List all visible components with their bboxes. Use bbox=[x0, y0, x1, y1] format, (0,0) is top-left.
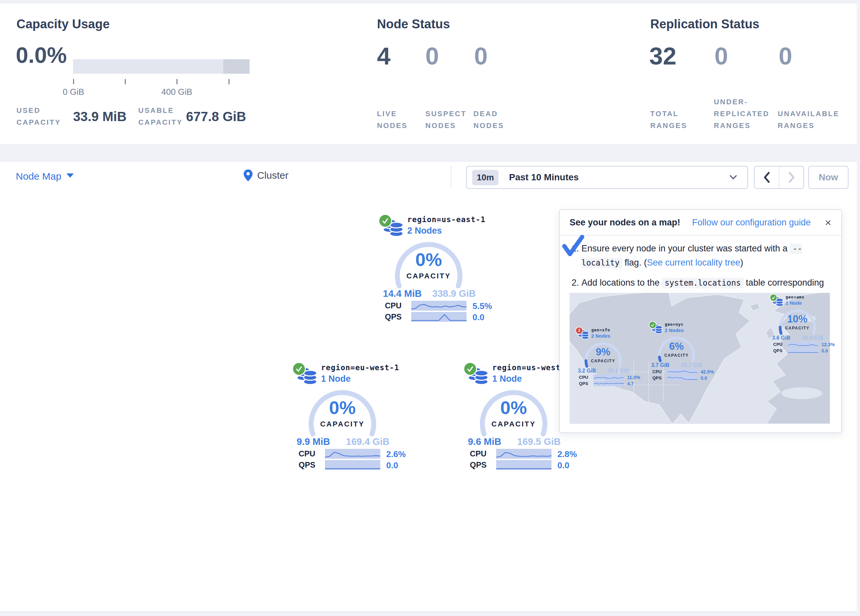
cpu-label: CPU bbox=[653, 369, 662, 374]
qps-sparkline bbox=[411, 312, 466, 322]
gauge-caption: CAPACITY bbox=[476, 420, 551, 428]
error-count: 1 bbox=[578, 328, 581, 333]
chevron-left-icon bbox=[763, 172, 771, 183]
chevron-down-icon bbox=[728, 174, 738, 181]
locality-tree-link[interactable]: See current locality tree bbox=[647, 258, 741, 268]
node-group-geo-sfo[interactable]: 1 geo=sfo 2 Nodes 9% CAPACITY 3.2 GiB35.… bbox=[573, 327, 633, 387]
node-locality-label: region=eu-west-1 bbox=[321, 363, 399, 372]
node-total-capacity: 34.4 GiB bbox=[802, 335, 824, 340]
cpu-value: 42.5% bbox=[701, 369, 714, 375]
axis-tick bbox=[73, 79, 74, 84]
node-total-capacity: 169.4 GiB bbox=[346, 436, 389, 447]
map-pin-icon bbox=[244, 169, 253, 181]
qps-sparkline bbox=[594, 381, 624, 386]
popup-step-1: 1.Ensure every node in your cluster was … bbox=[581, 241, 832, 270]
unavailable-label: UNAVAILABLE RANGES bbox=[778, 108, 844, 132]
step-text: flag. ( bbox=[622, 258, 647, 268]
node-count-link[interactable]: 1 Node bbox=[321, 374, 351, 384]
cpu-label: CPU bbox=[774, 342, 783, 347]
inline-code: system.locations bbox=[662, 278, 744, 288]
node-locality-label: geo=ams bbox=[786, 295, 804, 299]
capacity-usage-title: Capacity Usage bbox=[16, 17, 110, 31]
qps-sparkline bbox=[788, 348, 818, 353]
gauge-percent: 0% bbox=[391, 249, 466, 270]
step-done-check-icon bbox=[561, 234, 585, 258]
view-selector-dropdown[interactable]: Node Map bbox=[16, 171, 74, 182]
gauge-caption: CAPACITY bbox=[583, 359, 624, 363]
node-healthy-badge bbox=[292, 362, 306, 376]
node-used-capacity: 3.7 GiB bbox=[651, 362, 669, 368]
popup-title: See your nodes on a map! bbox=[570, 218, 680, 228]
step-text: ) bbox=[740, 258, 743, 268]
cpu-sparkline bbox=[496, 449, 551, 459]
node-locality-label: geo=sfo bbox=[591, 328, 610, 332]
node-locality-label: region=us-east-1 bbox=[407, 215, 486, 224]
gauge-percent: 9% bbox=[583, 346, 624, 358]
node-group-eu-west-1[interactable]: region=eu-west-1 1 Node 0% CAPACITY 9.9 … bbox=[288, 362, 397, 472]
node-group-us-west-1[interactable]: region=us-west-1 1 Node 0% CAPACITY 9.6 … bbox=[459, 362, 568, 472]
node-used-capacity: 14.4 MiB bbox=[383, 288, 422, 299]
qps-value: 0.0 bbox=[557, 460, 569, 470]
gauge-percent: 0% bbox=[476, 397, 551, 418]
node-group-geo-nyc[interactable]: geo=nyc 2 Nodes 6% CAPACITY 3.7 GiB65.7 … bbox=[647, 321, 706, 382]
node-group-us-east-1[interactable]: region=us-east-1 2 Nodes 0% CAPACITY 14.… bbox=[374, 214, 483, 324]
qps-label: QPS bbox=[470, 460, 486, 470]
node-used-capacity: 3.2 GiB bbox=[578, 368, 596, 373]
time-forward-button[interactable] bbox=[779, 166, 804, 188]
gauge-caption: CAPACITY bbox=[777, 326, 818, 331]
node-healthy-badge bbox=[378, 214, 392, 228]
cpu-sparkline bbox=[594, 375, 624, 380]
toolbar-divider bbox=[451, 166, 451, 187]
node-count-link[interactable]: 1 Node bbox=[786, 301, 802, 306]
cpu-sparkline bbox=[325, 449, 380, 459]
node-used-capacity: 9.9 MiB bbox=[297, 436, 330, 447]
node-healthy-badge bbox=[770, 294, 777, 301]
axis-tick bbox=[229, 79, 229, 84]
cpu-value: 2.6% bbox=[386, 449, 406, 459]
popup-header: See your nodes on a map! Follow our conf… bbox=[560, 210, 841, 236]
node-count-link[interactable]: 2 Nodes bbox=[591, 333, 610, 339]
usable-capacity-value: 677.8 GiB bbox=[186, 109, 246, 124]
axis-tick bbox=[125, 79, 126, 84]
total-ranges-count: 32 bbox=[649, 42, 676, 70]
node-count-link[interactable]: 2 Nodes bbox=[407, 226, 442, 236]
cpu-sparkline bbox=[411, 301, 466, 310]
cpu-value: 2.8% bbox=[557, 449, 577, 459]
capacity-used-percent: 0.0% bbox=[16, 42, 67, 68]
capacity-bar-other-segment bbox=[223, 59, 250, 74]
axis-tick bbox=[176, 79, 177, 84]
breadcrumb[interactable]: Cluster bbox=[244, 169, 289, 181]
qps-value: 0.0 bbox=[821, 348, 828, 353]
under-replicated-count: 0 bbox=[714, 42, 728, 70]
now-button[interactable]: Now bbox=[808, 166, 849, 189]
unavailable-count: 0 bbox=[779, 42, 792, 70]
node-group-geo-ams[interactable]: geo=ams 1 Node 10% CAPACITY 3.6 GiB34.4 … bbox=[767, 294, 827, 354]
chevron-right-icon bbox=[788, 172, 795, 183]
node-count-link[interactable]: 2 Nodes bbox=[665, 328, 684, 333]
caret-down-icon bbox=[66, 173, 74, 178]
qps-sparkline bbox=[325, 460, 380, 470]
qps-label: QPS bbox=[653, 375, 662, 380]
configuration-guide-link[interactable]: Follow our configuration guide bbox=[692, 218, 811, 228]
time-back-button[interactable] bbox=[755, 166, 779, 188]
node-locality-label: geo=nyc bbox=[665, 322, 684, 326]
axis-tick-label: 400 GiB bbox=[151, 87, 203, 97]
live-nodes-count: 4 bbox=[377, 42, 391, 70]
used-capacity-label: USED CAPACITY bbox=[16, 105, 69, 129]
suspect-nodes-count: 0 bbox=[425, 42, 439, 70]
live-nodes-label: LIVE NODES bbox=[377, 108, 413, 132]
node-total-capacity: 35.1 GiB bbox=[608, 368, 629, 373]
node-healthy-badge bbox=[463, 362, 477, 376]
step-text: Add locations to the bbox=[581, 278, 662, 288]
qps-label: QPS bbox=[299, 460, 315, 470]
gauge-caption: CAPACITY bbox=[656, 353, 697, 358]
node-status-title: Node Status bbox=[377, 17, 450, 31]
breadcrumb-label: Cluster bbox=[257, 170, 289, 181]
node-total-capacity: 338.9 GiB bbox=[432, 288, 476, 299]
qps-sparkline bbox=[496, 460, 551, 470]
view-selector-label: Node Map bbox=[16, 171, 61, 182]
close-icon[interactable]: × bbox=[825, 217, 831, 228]
time-range-select[interactable]: 10m Past 10 Minutes bbox=[466, 166, 748, 189]
cpu-label: CPU bbox=[299, 449, 315, 458]
node-count-link[interactable]: 1 Node bbox=[492, 374, 522, 384]
